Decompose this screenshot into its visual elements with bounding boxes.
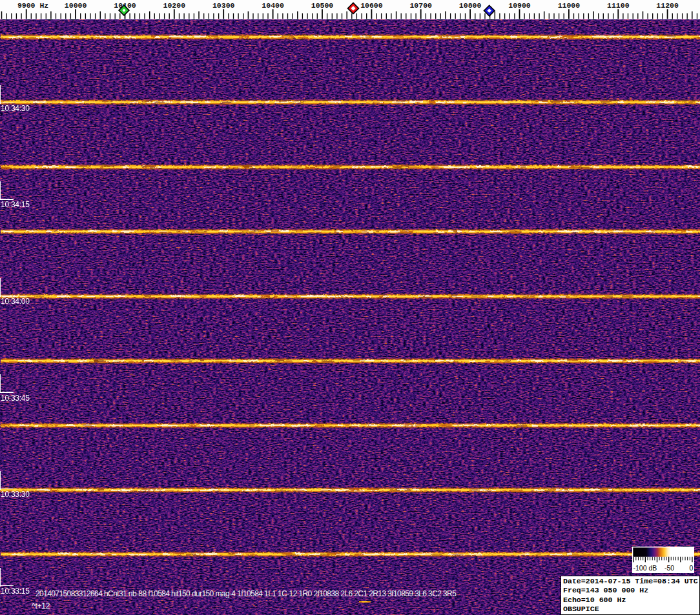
svg-text:-50: -50 (664, 564, 674, 572)
svg-text:0: 0 (690, 564, 694, 572)
svg-text:10300: 10300 (212, 1, 235, 10)
svg-text:10500: 10500 (311, 1, 334, 10)
svg-text:11200: 11200 (656, 1, 679, 10)
svg-text:10000: 10000 (65, 1, 87, 10)
svg-text:-100 dB: -100 dB (633, 564, 657, 572)
svg-text:10800: 10800 (459, 1, 482, 10)
svg-text:11000: 11000 (558, 1, 581, 10)
svg-text:10700: 10700 (409, 1, 432, 10)
svg-text:10200: 10200 (163, 1, 186, 10)
svg-text:10600: 10600 (360, 1, 383, 10)
svg-text:10900: 10900 (508, 1, 531, 10)
svg-text:9900 Hz: 9900 Hz (17, 1, 48, 10)
svg-text:10400: 10400 (262, 1, 284, 10)
svg-text:11100: 11100 (607, 1, 630, 10)
